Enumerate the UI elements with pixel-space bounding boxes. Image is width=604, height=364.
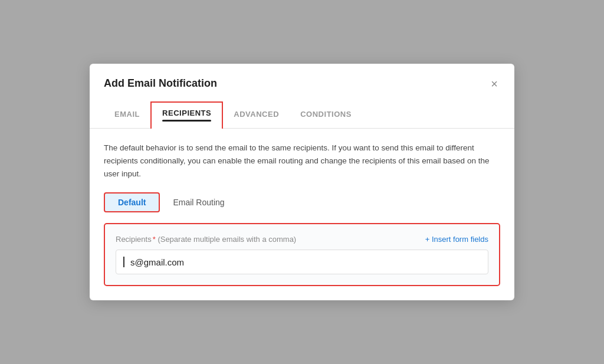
- routing-tabs: Default Email Routing: [104, 192, 500, 212]
- tab-recipients[interactable]: RECIPIENTS: [150, 101, 223, 129]
- recipients-card: Recipients* (Separate multiple emails wi…: [104, 223, 500, 286]
- tab-conditions[interactable]: CONDITIONS: [290, 101, 362, 128]
- recipients-value: s@gmail.com: [130, 257, 184, 267]
- routing-tab-default[interactable]: Default: [104, 192, 160, 212]
- modal-body: The default behavior is to send the emai…: [90, 129, 514, 301]
- description-text: The default behavior is to send the emai…: [104, 142, 500, 181]
- tab-email[interactable]: EMAIL: [104, 101, 150, 128]
- tab-active-underline: [162, 120, 211, 122]
- text-cursor: [123, 257, 124, 267]
- recipients-input-wrapper[interactable]: s@gmail.com: [116, 250, 488, 274]
- tabs-bar: EMAIL RECIPIENTS ADVANCED CONDITIONS: [90, 101, 514, 129]
- modal-dialog: Add Email Notification × EMAIL RECIPIENT…: [90, 64, 514, 301]
- modal-overlay: Add Email Notification × EMAIL RECIPIENT…: [0, 0, 604, 364]
- routing-tab-email-routing[interactable]: Email Routing: [160, 192, 237, 212]
- required-marker: *: [153, 235, 156, 244]
- modal-header: Add Email Notification ×: [90, 64, 514, 92]
- close-button[interactable]: ×: [488, 76, 500, 92]
- modal-title: Add Email Notification: [104, 77, 217, 90]
- recipients-label: Recipients* (Separate multiple emails wi…: [116, 235, 296, 244]
- insert-form-fields-link[interactable]: + Insert form fields: [425, 235, 488, 244]
- tab-advanced[interactable]: ADVANCED: [223, 101, 290, 128]
- recipients-card-header: Recipients* (Separate multiple emails wi…: [116, 235, 488, 244]
